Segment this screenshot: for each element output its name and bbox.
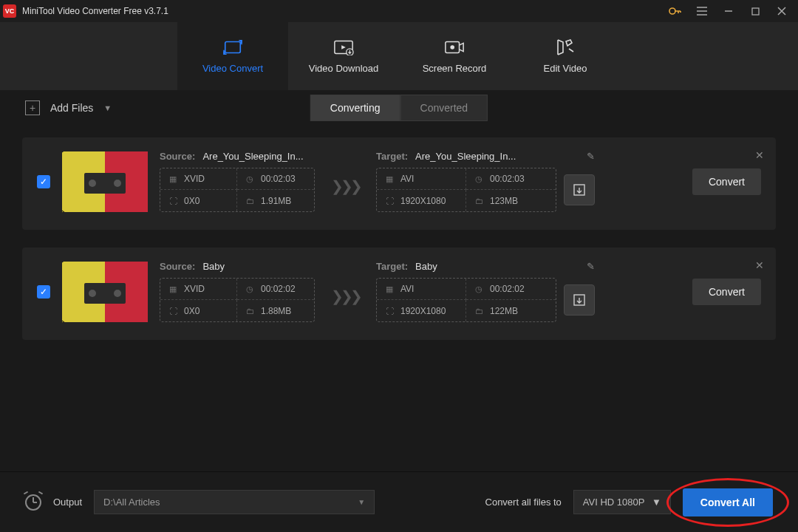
chevron-down-icon: ▼ <box>103 103 112 112</box>
target-label: Target: <box>376 151 408 162</box>
convert-all-label: Convert all files to <box>485 497 562 508</box>
clock-icon: ◷ <box>245 284 255 294</box>
target-duration: 00:02:03 <box>490 174 525 184</box>
filesize-icon: 🗀 <box>474 196 484 206</box>
maximize-button[interactable] <box>742 0 768 22</box>
source-codec: XVID <box>184 174 205 184</box>
svg-rect-2 <box>225 41 241 52</box>
codec-icon: ▦ <box>384 284 395 294</box>
convert-all-button[interactable]: Convert All <box>683 488 773 516</box>
filesize-icon: 🗀 <box>245 196 255 206</box>
tab-converting[interactable]: Converting <box>310 95 400 121</box>
file-item: ✓ Source: Baby ▦XVID ◷00:02:02 ⛶0X0 🗀1.8… <box>22 248 776 340</box>
target-filesize: 123MB <box>490 196 518 206</box>
target-codec: AVI <box>400 284 414 294</box>
svg-point-0 <box>669 8 675 14</box>
preset-dropdown[interactable]: AVI HD 1080P ▼ <box>573 490 671 514</box>
remove-item-icon[interactable]: ✕ <box>755 149 764 161</box>
chevron-down-icon: ▼ <box>652 497 661 508</box>
resolution-icon: ⛶ <box>384 306 395 316</box>
svg-point-6 <box>450 45 454 50</box>
edit-target-icon[interactable]: ✎ <box>587 151 595 162</box>
source-filesize: 1.88MB <box>261 306 291 316</box>
menu-icon[interactable] <box>689 0 715 22</box>
target-filename: Baby <box>415 261 437 272</box>
file-item: ✓ Source: Are_You_Sleeping_In... ▦XVID ◷… <box>22 137 776 230</box>
thumbnail[interactable] <box>62 262 148 322</box>
record-icon <box>444 39 465 55</box>
source-duration: 00:02:02 <box>261 284 296 294</box>
scheduler-icon[interactable] <box>25 494 41 511</box>
target-column: Target: Are_You_Sleeping_In... ✎ ▦AVI ◷0… <box>376 151 595 212</box>
clock-icon: ◷ <box>474 174 484 184</box>
plus-icon: + <box>25 100 40 115</box>
chevron-down-icon: ▼ <box>358 498 365 506</box>
convert-button[interactable]: Convert <box>692 279 761 305</box>
edit-icon <box>555 39 576 55</box>
codec-icon: ▦ <box>384 174 395 184</box>
preset-button[interactable] <box>564 284 595 316</box>
tab-converted[interactable]: Converted <box>400 95 488 121</box>
codec-icon: ▦ <box>168 284 178 294</box>
bottom-bar: Output D:\All Articles ▼ Convert all fil… <box>0 471 798 532</box>
remove-item-icon[interactable]: ✕ <box>755 259 764 271</box>
resolution-icon: ⛶ <box>168 196 178 206</box>
add-files-label: Add Files <box>50 102 93 114</box>
tab-label: Screen Record <box>423 63 487 74</box>
app-logo: VC <box>3 4 16 18</box>
edit-target-icon[interactable]: ✎ <box>587 261 595 272</box>
svg-rect-1 <box>752 8 759 15</box>
resolution-icon: ⛶ <box>168 306 178 316</box>
target-filesize: 122MB <box>490 306 518 316</box>
resolution-icon: ⛶ <box>384 196 395 206</box>
source-codec: XVID <box>184 284 205 294</box>
file-list: ✓ Source: Are_You_Sleeping_In... ▦XVID ◷… <box>0 126 798 471</box>
tab-edit-video[interactable]: Edit Video <box>510 22 621 90</box>
target-resolution: 1920X1080 <box>400 306 446 316</box>
tab-video-convert[interactable]: Video Convert <box>177 22 288 90</box>
output-path-dropdown[interactable]: D:\All Articles ▼ <box>94 490 375 514</box>
source-label: Source: <box>160 261 195 272</box>
preset-button[interactable] <box>564 174 595 205</box>
tab-video-download[interactable]: Video Download <box>288 22 399 90</box>
clock-icon: ◷ <box>474 284 484 294</box>
main-tabs: Video Convert Video Download Screen Reco… <box>0 22 798 90</box>
titlebar: VC MiniTool Video Converter Free v3.7.1 <box>0 0 798 22</box>
tab-screen-record[interactable]: Screen Record <box>399 22 510 90</box>
target-codec: AVI <box>400 174 414 184</box>
target-resolution: 1920X1080 <box>400 196 446 206</box>
tab-label: Video Convert <box>202 63 263 74</box>
checkbox[interactable]: ✓ <box>37 285 50 299</box>
source-column: Source: Baby ▦XVID ◷00:02:02 ⛶0X0 🗀1.88M… <box>160 261 315 322</box>
clock-icon: ◷ <box>245 174 255 184</box>
source-label: Source: <box>160 151 195 162</box>
source-resolution: 0X0 <box>184 306 200 316</box>
convert-button[interactable]: Convert <box>692 168 761 195</box>
source-resolution: 0X0 <box>184 196 200 206</box>
thumbnail[interactable] <box>62 151 148 212</box>
source-duration: 00:02:03 <box>261 174 296 184</box>
filesize-icon: 🗀 <box>474 306 484 316</box>
output-label: Output <box>53 497 82 508</box>
source-column: Source: Are_You_Sleeping_In... ▦XVID ◷00… <box>160 151 315 212</box>
source-filesize: 1.91MB <box>261 196 291 206</box>
convert-icon <box>222 39 243 55</box>
minimize-button[interactable] <box>715 0 742 22</box>
target-filename: Are_You_Sleeping_In... <box>415 151 516 162</box>
output-path-value: D:\All Articles <box>103 497 160 508</box>
upgrade-key-icon[interactable] <box>662 0 689 22</box>
source-filename: Baby <box>202 261 225 272</box>
download-icon <box>333 39 354 55</box>
target-label: Target: <box>376 261 408 272</box>
close-button[interactable] <box>768 0 795 22</box>
add-files-button[interactable]: + Add Files ▼ <box>25 100 112 115</box>
target-column: Target: Baby ✎ ▦AVI ◷00:02:02 ⛶1920X1080… <box>376 261 595 322</box>
target-duration: 00:02:02 <box>490 284 525 294</box>
preset-value: AVI HD 1080P <box>583 497 645 508</box>
tab-label: Edit Video <box>543 63 587 74</box>
filesize-icon: 🗀 <box>245 306 255 316</box>
toolbar: + Add Files ▼ Converting Converted <box>0 90 798 126</box>
source-filename: Are_You_Sleeping_In... <box>202 151 303 162</box>
checkbox[interactable]: ✓ <box>37 175 50 188</box>
codec-icon: ▦ <box>168 174 178 184</box>
